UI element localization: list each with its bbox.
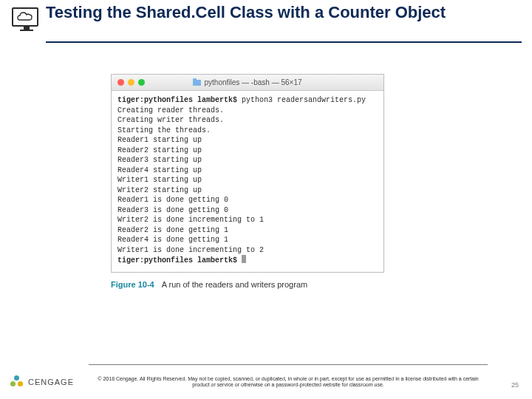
terminal-output: tiger:pythonfiles lambertk$ python3 read…: [112, 91, 383, 272]
copyright-text: © 2018 Cengage. All Rights Reserved. May…: [89, 376, 488, 389]
terminal-line: Creating reader threads.: [117, 106, 224, 115]
terminal-prompt: tiger:pythonfiles lambertk$: [117, 96, 237, 104]
terminal-line: Reader1 is done getting 0: [117, 196, 228, 204]
terminal-line: Reader2 starting up: [117, 146, 202, 154]
cursor-icon: [242, 255, 246, 263]
terminal-line: Reader4 is done getting 1: [117, 236, 228, 244]
folder-icon: [193, 80, 201, 86]
terminal-line: Starting the threads.: [117, 126, 211, 134]
terminal-window: pythonfiles — -bash — 56×17 tiger:python…: [111, 74, 384, 273]
figure: pythonfiles — -bash — 56×17 tiger:python…: [111, 74, 384, 289]
terminal-line: Writer1 is done incrementing to 2: [117, 246, 264, 254]
close-icon: [117, 79, 124, 86]
terminal-window-title-text: pythonfiles — -bash — 56×17: [204, 78, 301, 86]
terminal-line: Reader4 starting up: [117, 166, 202, 174]
title-underline: [46, 41, 522, 43]
terminal-titlebar: pythonfiles — -bash — 56×17: [112, 75, 383, 91]
terminal-line: Writer1 starting up: [117, 176, 202, 184]
zoom-icon: [138, 79, 145, 86]
terminal-command: python3 readersandwriters.py: [242, 96, 366, 104]
terminal-window-title: pythonfiles — -bash — 56×17: [112, 78, 383, 86]
page-number: 25: [511, 381, 519, 389]
figure-label: Figure 10-4: [111, 280, 154, 289]
figure-caption: Figure 10-4A run of the readers and writ…: [111, 280, 384, 289]
terminal-line: Creating writer threads.: [117, 116, 224, 124]
terminal-line: Reader3 starting up: [117, 156, 202, 164]
footer-divider: [89, 364, 488, 365]
minimize-icon: [128, 79, 134, 86]
brand-name: CENGAGE: [28, 378, 74, 386]
brand-logo: CENGAGE: [10, 375, 74, 389]
terminal-line: Writer2 starting up: [117, 186, 202, 194]
terminal-line: Reader2 is done getting 1: [117, 226, 228, 234]
page-title: Testing the Shared.Cell Class with a Cou…: [46, 3, 517, 21]
terminal-line: Writer2 is done incrementing to 1: [117, 216, 264, 224]
figure-caption-text: A run of the readers and writers program: [162, 280, 307, 289]
brand-mark-icon: [10, 375, 24, 389]
terminal-prompt: tiger:pythonfiles lambertk$: [117, 256, 237, 265]
terminal-line: Reader1 starting up: [117, 136, 202, 144]
slide-monitor-icon: [12, 7, 41, 34]
terminal-line: Reader3 is done getting 0: [117, 206, 228, 214]
